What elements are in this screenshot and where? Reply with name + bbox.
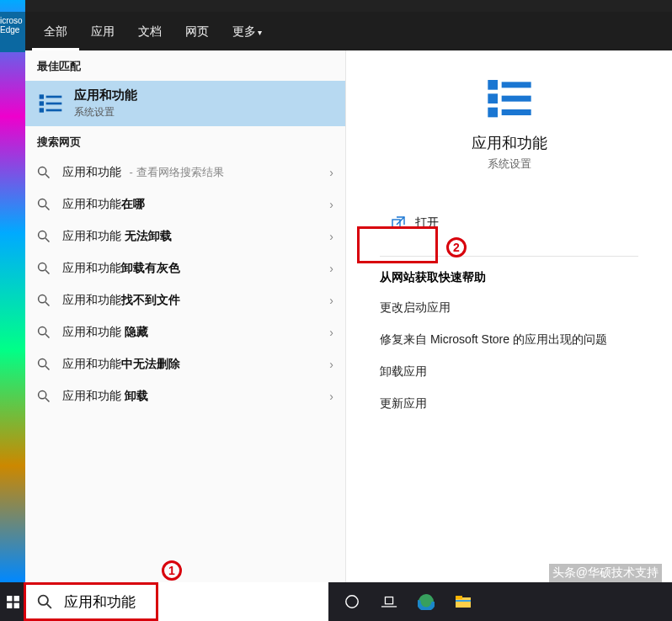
svg-point-12	[39, 263, 46, 271]
svg-line-19	[45, 366, 50, 370]
svg-rect-2	[40, 108, 44, 112]
best-match-item[interactable]: 应用和功能 系统设置	[25, 81, 345, 126]
detail-subtitle: 系统设置	[355, 157, 664, 172]
web-result-row[interactable]: 应用和功能 隐藏›	[25, 316, 345, 348]
taskbar-icons	[333, 582, 482, 621]
watermark-text: 头条@华硕技术支持	[549, 564, 662, 582]
svg-rect-31	[7, 602, 12, 608]
svg-rect-4	[46, 103, 62, 105]
svg-rect-29	[7, 596, 12, 601]
svg-point-6	[39, 167, 46, 175]
apps-features-icon	[35, 88, 66, 119]
search-icon	[37, 198, 51, 211]
web-result-text: 应用和功能 - 查看网络搜索结果	[62, 165, 323, 180]
svg-rect-1	[40, 101, 44, 105]
open-label: 打开	[415, 215, 439, 231]
svg-point-20	[39, 391, 46, 399]
detail-apps-icon	[486, 74, 533, 121]
svg-rect-5	[46, 109, 62, 112]
detail-pane: 应用和功能 系统设置 打开 从网站获取快速帮助 更改启动应用修复来自 Micro…	[345, 12, 672, 582]
web-result-text: 应用和功能 卸载	[62, 389, 323, 404]
open-external-icon	[392, 216, 405, 230]
chevron-right-icon: ›	[329, 326, 333, 339]
chevron-right-icon: ›	[329, 198, 333, 211]
search-icon	[37, 294, 51, 307]
taskbar	[0, 582, 672, 621]
svg-line-7	[45, 174, 50, 178]
tab-apps[interactable]: 应用	[79, 12, 126, 50]
web-result-row[interactable]: 应用和功能中无法删除›	[25, 348, 345, 380]
chevron-right-icon: ›	[329, 230, 333, 243]
section-best-match: 最佳匹配	[25, 50, 345, 81]
web-result-row[interactable]: 应用和功能 - 查看网络搜索结果›	[25, 157, 345, 188]
svg-rect-28	[392, 220, 400, 227]
web-result-text: 应用和功能卸载有灰色	[62, 261, 323, 276]
svg-point-35	[346, 596, 358, 608]
svg-line-17	[45, 334, 50, 338]
taskbar-search-box[interactable]	[25, 582, 328, 621]
cortana-icon[interactable]	[333, 582, 371, 621]
search-icon	[37, 390, 51, 403]
svg-rect-41	[456, 596, 462, 599]
start-button[interactable]	[0, 582, 25, 621]
svg-point-8	[39, 199, 46, 207]
web-result-row[interactable]: 应用和功能卸载有灰色›	[25, 252, 345, 284]
chevron-down-icon: ▾	[258, 28, 262, 37]
quick-help-link[interactable]: 更改启动应用	[346, 292, 672, 324]
svg-point-14	[39, 295, 46, 303]
tab-all[interactable]: 全部	[32, 12, 79, 50]
search-icon	[37, 594, 52, 609]
svg-rect-24	[488, 108, 498, 118]
svg-rect-42	[456, 600, 471, 602]
web-results-list: 应用和功能 - 查看网络搜索结果›应用和功能在哪›应用和功能 无法卸载›应用和功…	[25, 157, 345, 412]
svg-rect-32	[13, 602, 19, 608]
web-result-text: 应用和功能 隐藏	[62, 325, 323, 340]
web-result-row[interactable]: 应用和功能在哪›	[25, 188, 345, 220]
search-icon	[37, 166, 51, 179]
web-result-text: 应用和功能在哪	[62, 197, 323, 212]
web-result-row[interactable]: 应用和功能 卸载›	[25, 380, 345, 412]
open-button[interactable]: 打开	[380, 210, 451, 236]
web-result-row[interactable]: 应用和功能找不到文件›	[25, 284, 345, 316]
edge-shortcut[interactable]: icroso Edge	[0, 12, 25, 52]
chevron-right-icon: ›	[329, 294, 333, 307]
desktop-background-strip	[0, 0, 25, 582]
section-web-search: 搜索网页	[25, 126, 345, 157]
search-icon	[37, 230, 51, 243]
svg-line-21	[45, 398, 50, 402]
tab-docs[interactable]: 文档	[126, 12, 173, 50]
best-match-title: 应用和功能	[74, 88, 137, 104]
svg-rect-0	[40, 94, 44, 98]
svg-rect-23	[488, 93, 498, 104]
search-input[interactable]	[64, 593, 317, 610]
tab-more[interactable]: 更多▾	[221, 12, 274, 50]
search-category-tabs: 全部 应用 文档 网页 更多▾	[25, 12, 672, 50]
detail-title: 应用和功能	[355, 133, 664, 153]
web-result-text: 应用和功能 无法卸载	[62, 229, 323, 244]
tab-web[interactable]: 网页	[173, 12, 221, 50]
task-view-icon[interactable]	[371, 582, 408, 621]
quick-help-title: 从网站获取快速帮助	[346, 270, 672, 292]
svg-point-10	[39, 231, 46, 239]
chevron-right-icon: ›	[329, 390, 333, 403]
web-result-text: 应用和功能中无法删除	[62, 357, 323, 372]
svg-rect-30	[13, 596, 19, 601]
search-results-column: 最佳匹配 应用和功能 系统设置 搜索网页 应用和功能 - 查看网络搜索结果›应用…	[25, 12, 345, 582]
quick-help-link[interactable]: 更新应用	[346, 388, 672, 420]
windows-search-panel: 最佳匹配 应用和功能 系统设置 搜索网页 应用和功能 - 查看网络搜索结果›应用…	[25, 12, 672, 582]
svg-rect-26	[501, 96, 531, 102]
svg-point-18	[39, 359, 46, 367]
quick-help-link[interactable]: 修复来自 Microsoft Store 的应用出现的问题	[346, 324, 672, 356]
file-explorer-icon[interactable]	[445, 582, 482, 621]
svg-rect-3	[46, 96, 62, 98]
web-result-row[interactable]: 应用和功能 无法卸载›	[25, 220, 345, 252]
quick-help-link[interactable]: 卸载应用	[346, 356, 672, 388]
edge-taskbar-icon[interactable]	[408, 582, 445, 621]
search-icon	[37, 358, 51, 371]
svg-line-9	[45, 206, 50, 210]
svg-line-11	[45, 238, 50, 242]
svg-rect-22	[488, 80, 498, 90]
search-icon	[37, 326, 51, 339]
divider	[380, 256, 638, 257]
chevron-right-icon: ›	[329, 166, 333, 179]
